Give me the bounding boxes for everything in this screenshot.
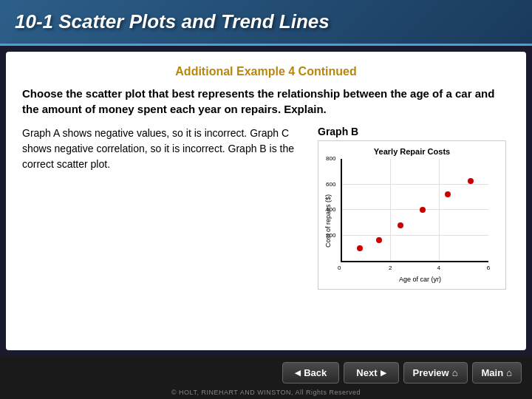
main-home-icon: ⌂ — [506, 367, 512, 378]
chart-inner: 200 400 600 800 0 2 4 6 — [333, 159, 499, 283]
back-label: Back — [304, 367, 327, 378]
graph-title: Yearly Repair Costs — [324, 147, 499, 156]
back-button[interactable]: ◀ Back — [282, 362, 339, 383]
y-axis-label: Cost of repairs ($) — [324, 159, 332, 283]
slide-container: 10-1 Scatter Plots and Trend Lines Addit… — [0, 0, 532, 399]
y-tick-200: 200 — [326, 233, 335, 239]
example-title: Additional Example 4 Continued — [22, 65, 510, 78]
x-axis-label: Age of car (yr) — [341, 276, 499, 283]
next-label: Next — [356, 367, 377, 378]
copyright-bar: © HOLT, RINEHART AND WINSTON, All Rights… — [0, 389, 532, 399]
x-tick-2: 2 — [389, 265, 392, 271]
preview-home-icon: ⌂ — [452, 367, 458, 378]
title-bar: 10-1 Scatter Plots and Trend Lines — [0, 0, 532, 46]
data-point-6 — [468, 178, 474, 184]
chart-area: Cost of repairs ($) — [324, 159, 499, 283]
main-content: Graph A shows negative values, so it is … — [22, 126, 510, 290]
grid-h-1 — [342, 235, 488, 236]
origin-label: 0 — [338, 265, 341, 271]
data-point-3 — [398, 222, 403, 228]
y-tick-400: 400 — [326, 207, 335, 213]
grid-v-2 — [439, 159, 440, 261]
data-point-2 — [376, 237, 382, 243]
graph-section: Graph B Yearly Repair Costs Cost of repa… — [318, 126, 510, 290]
data-point-1 — [357, 245, 363, 251]
grid-v-1 — [390, 159, 391, 261]
preview-button[interactable]: Preview ⌂ — [403, 362, 468, 383]
x-tick-6: 6 — [487, 265, 490, 271]
grid-h-3 — [342, 184, 488, 185]
main-button[interactable]: Main ⌂ — [472, 362, 522, 383]
copyright-text: © HOLT, RINEHART AND WINSTON, All Rights… — [171, 389, 361, 396]
x-tick-4: 4 — [437, 265, 440, 271]
next-arrow-icon: ▶ — [381, 369, 386, 377]
content-area: Additional Example 4 Continued Choose th… — [6, 52, 526, 350]
next-button[interactable]: Next ▶ — [344, 362, 398, 383]
graph-container: Yearly Repair Costs Cost of repairs ($) — [318, 140, 506, 290]
explanation-text: Graph A shows negative values, so it is … — [22, 126, 306, 172]
y-tick-600: 600 — [326, 182, 335, 188]
question-text: Choose the scatter plot that best repres… — [22, 86, 510, 117]
preview-label: Preview — [413, 367, 449, 378]
slide-title: 10-1 Scatter Plots and Trend Lines — [15, 10, 517, 33]
data-point-4 — [420, 207, 426, 213]
main-label: Main — [482, 367, 504, 378]
graph-label: Graph B — [318, 126, 510, 137]
chart-plot: 200 400 600 800 0 2 4 6 — [341, 159, 488, 262]
back-arrow-icon: ◀ — [295, 369, 301, 377]
bottom-bar: ◀ Back Next ▶ Preview ⌂ Main ⌂ — [0, 356, 532, 389]
y-tick-800: 800 — [326, 156, 335, 162]
data-point-5 — [445, 191, 451, 197]
grid-h-2 — [342, 209, 488, 210]
